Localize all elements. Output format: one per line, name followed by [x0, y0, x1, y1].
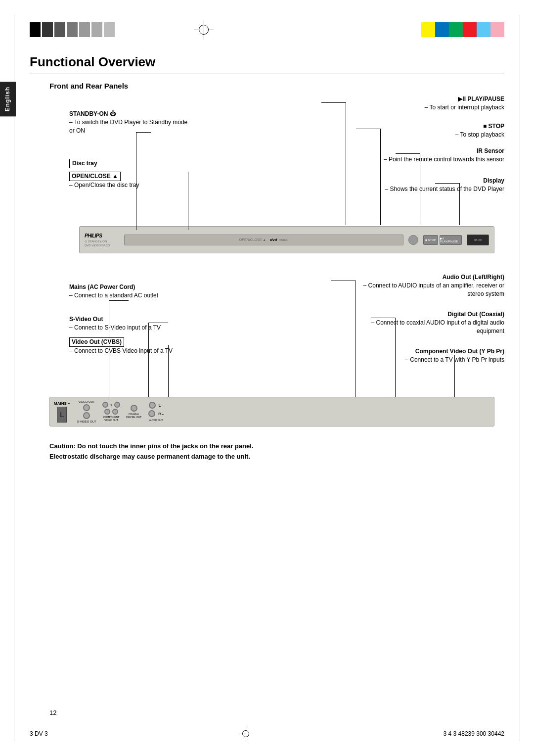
black-sq-2 — [42, 22, 53, 37]
open-close-label: OPEN/CLOSE ▲ – Open/Close the disc tray — [69, 172, 139, 189]
standby-title: STANDBY-ON ⏻ — [69, 110, 188, 118]
open-close-title: OPEN/CLOSE ▲ — [69, 172, 121, 181]
dvd-front-device: PHILIPS ⊙ STANDBY/ON DVD VIDEO/SACD OPEN… — [79, 226, 494, 253]
video-out-desc: – Connect to CVBS Video input of a TV — [69, 347, 173, 355]
rear-connector-h-component — [430, 355, 455, 355]
svideo-title: S-Video Out — [69, 315, 161, 324]
footer-left: 3 DV 3 — [30, 730, 48, 737]
connector-h-play — [321, 102, 346, 103]
coaxial-connector: COAXIALDIGITAL OUT — [126, 405, 141, 419]
rear-connector-digital — [395, 318, 396, 397]
black-sq-7 — [104, 22, 115, 37]
top-crosshair — [194, 20, 214, 40]
rear-connector-component — [454, 355, 455, 397]
ir-sensor-visual — [408, 235, 418, 245]
rear-connector-h-digital — [371, 318, 396, 318]
black-squares — [30, 22, 115, 37]
bottom-bar: 3 DV 3 3 4 3 48239 300 30442 — [30, 726, 504, 741]
display-title: Display — [385, 177, 504, 185]
front-panel-area: ▶II PLAY/PAUSE – To start or interrupt p… — [49, 95, 504, 263]
black-sq-6 — [91, 22, 102, 37]
right-buttons: ■ STOP ▶II PLAY/PAUSE — [423, 235, 462, 245]
black-sq-4 — [67, 22, 78, 37]
connector-disctray — [188, 172, 188, 230]
philips-logo: PHILIPS — [85, 233, 102, 238]
video-out-connectors: VIDEO OUT S-VIDEO OUT — [77, 400, 96, 423]
power-inlet: MAINS ~ L — [54, 401, 70, 423]
audio-connectors: L – R – AUDIO OUT — [148, 402, 164, 422]
connector-h-stop — [356, 129, 381, 129]
play-pause-label: ▶II PLAY/PAUSE – To start or interrupt p… — [425, 95, 504, 112]
display-visual: 88:88 — [467, 235, 489, 245]
rear-connector-h-mains — [109, 300, 129, 301]
display-label: Display – Shows the current status of th… — [385, 177, 504, 193]
side-border-left — [14, 15, 14, 741]
caution-line1: Caution: Do not touch the inner pins of … — [49, 442, 253, 450]
connector-display — [459, 183, 460, 225]
disc-tray-label: Disc tray — [69, 159, 97, 168]
top-bar — [0, 15, 534, 45]
black-sq-5 — [79, 22, 90, 37]
black-sq-1 — [30, 22, 41, 37]
connector-standby — [136, 132, 136, 230]
digital-out-desc: – Connect to coaxial AUDIO input of a di… — [356, 319, 504, 335]
connector-h-standby — [136, 132, 151, 133]
disc-tray-title: Disc tray — [69, 159, 97, 168]
rear-connector-h-svideo — [148, 323, 168, 323]
display-desc: – Shows the current status of the DVD Pl… — [385, 185, 504, 193]
connector-ir — [420, 153, 420, 225]
standby-label: STANDBY-ON ⏻ – To switch the DVD Player … — [69, 110, 188, 135]
open-close-desc: – Open/Close the disc tray — [69, 181, 139, 189]
mains-desc: – Connect to a standard AC outlet — [69, 291, 158, 300]
stop-title: ■ STOP — [455, 122, 504, 131]
disc-tray-visual: OPEN/CLOSE ▲ dvd VIDEO — [124, 235, 403, 245]
video-out-label: Video Out (CVBS) – Connect to CVBS Video… — [69, 337, 173, 355]
green-sq — [449, 22, 463, 37]
svideo-label: S-Video Out – Connect to S-Video input o… — [69, 315, 161, 332]
rear-connector-videoout — [168, 345, 169, 397]
audio-out-title: Audio Out (Left/Right) — [356, 273, 504, 282]
video-out-title: Video Out (CVBS) — [69, 337, 124, 347]
audio-out-desc: – Connect to AUDIO inputs of an amplifie… — [356, 282, 504, 298]
standby-desc: – To switch the DVD Player to Standby mo… — [69, 118, 188, 135]
rear-connector-svideo — [148, 323, 149, 397]
color-squares — [421, 22, 504, 37]
pink-sq — [490, 22, 504, 37]
rear-device: MAINS ~ L VIDEO OUT S-VIDEO OUT Y — [49, 397, 494, 426]
connector-h-display — [435, 183, 460, 184]
audio-out-label: Audio Out (Left/Right) – Connect to AUDI… — [356, 273, 504, 298]
ir-sensor-desc: – Point the remote control towards this … — [384, 155, 504, 164]
cyan-sq — [477, 22, 490, 37]
connector-stop — [380, 129, 381, 225]
rear-connector-audio — [356, 281, 356, 397]
stop-label: ■ STOP – To stop playback — [455, 122, 504, 139]
section-title: Front and Rear Panels — [49, 82, 504, 90]
rear-connector-h-audio — [331, 281, 356, 281]
red-sq — [463, 22, 477, 37]
side-border-right — [520, 15, 520, 741]
footer-right: 3 4 3 48239 300 30442 — [444, 730, 504, 737]
digital-out-label: Digital Out (Coaxial) – Connect to coaxi… — [356, 310, 504, 335]
bottom-crosshair — [238, 726, 253, 741]
stop-desc: – To stop playback — [455, 131, 504, 139]
page-title: Functional Overview — [30, 54, 504, 74]
page-number: 12 — [49, 709, 56, 716]
mains-label: Mains (AC Power Cord) – Connect to a sta… — [69, 283, 158, 300]
connector-h-ir — [396, 153, 420, 154]
ir-sensor-label: IR Sensor – Point the remote control tow… — [384, 147, 504, 164]
page-content: Functional Overview Front and Rear Panel… — [30, 54, 504, 462]
caution-line2: Electrostatic discharge may cause perman… — [49, 453, 250, 460]
crosshair-inner — [242, 730, 249, 737]
play-pause-desc: – To start or interrupt playback — [425, 103, 504, 112]
crosshair-circle — [199, 25, 209, 35]
svideo-desc: – Connect to S-Video input of a TV — [69, 324, 161, 332]
play-pause-title: ▶II PLAY/PAUSE — [425, 95, 504, 103]
mains-title: Mains (AC Power Cord) — [69, 283, 158, 291]
rear-connector-mains — [109, 300, 109, 397]
rear-panel-area: Audio Out (Left/Right) – Connect to AUDI… — [49, 273, 504, 431]
yellow-sq — [421, 22, 435, 37]
language-tab: English — [0, 82, 16, 116]
blue-sq — [435, 22, 449, 37]
caution-box: Caution: Do not touch the inner pins of … — [49, 441, 504, 462]
ir-sensor-title: IR Sensor — [384, 147, 504, 155]
